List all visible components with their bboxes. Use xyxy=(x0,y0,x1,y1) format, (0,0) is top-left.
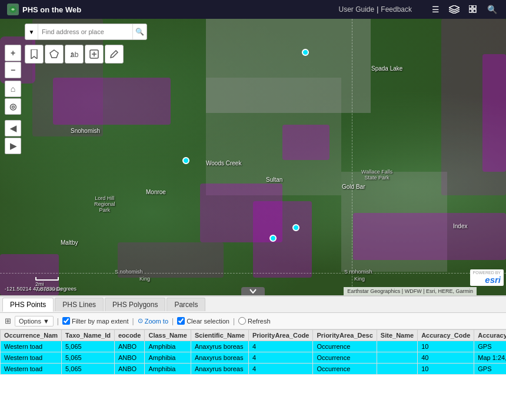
table-row[interactable]: Western toad5,065ANBOAmphibiaAnaxyrus bo… xyxy=(1,352,507,364)
col-header-scientific[interactable]: Scientific_Name xyxy=(191,330,248,341)
tab-parcels[interactable]: Parcels xyxy=(167,298,205,311)
user-guide-link[interactable]: User Guide xyxy=(338,5,374,14)
table-cell-accuracy_desc: Map 1:24,000 <= 40 feet xyxy=(474,352,506,364)
refresh-input[interactable] xyxy=(238,317,246,325)
col-header-priority-code[interactable]: PriorityArea_Code xyxy=(248,330,313,341)
refresh-radio[interactable]: Refresh xyxy=(238,317,271,325)
table-cell-scientific_name: Anaxyrus boreas xyxy=(191,352,248,364)
table-row[interactable]: Western toad5,065ANBOAmphibiaAnaxyrus bo… xyxy=(1,341,507,352)
home-button[interactable]: ⌂ xyxy=(5,81,21,97)
locate-button[interactable]: ◎ xyxy=(5,98,21,115)
table-cell-taxo_name_id: 5,065 xyxy=(62,364,115,375)
zoom-in-button[interactable]: + xyxy=(5,45,21,61)
map-nav-extra: ⌂ ◎ xyxy=(5,81,21,115)
back-button[interactable]: ◀ xyxy=(5,120,21,136)
hamburger-menu-icon[interactable]: ☰ xyxy=(428,2,442,16)
search-type-dropdown[interactable]: ▼ xyxy=(25,24,38,40)
filter-checkbox-input[interactable] xyxy=(62,317,70,325)
app-title: PHS on the Web xyxy=(22,5,81,14)
col-header-accuracy-desc[interactable]: Accuracy_Desc xyxy=(474,330,506,341)
table-cell-accuracy_code: 10 xyxy=(418,364,474,375)
table-cell-site_name xyxy=(377,364,417,375)
table-toolbar: ⊞ Options ▼ | Filter by map extent | ⊙ Z… xyxy=(0,313,506,329)
table-cell-eocode: ANBO xyxy=(114,364,145,375)
clear-selection-radio[interactable]: Clear selection xyxy=(177,317,229,325)
svg-rect-4 xyxy=(473,9,476,12)
table-cell-taxo_name_id: 5,065 xyxy=(62,352,115,364)
col-header-taxo[interactable]: Taxo_Name_Id xyxy=(62,330,115,341)
table-cell-scientific_name: Anaxyrus boreas xyxy=(191,364,248,375)
esri-branding: POWERED BY esri xyxy=(470,269,504,286)
edit-tool-button[interactable] xyxy=(105,45,124,64)
map-container[interactable]: Snohomish Woods Creek Monroe Sultan Gold… xyxy=(0,19,506,295)
grid-icon-small: ⊞ xyxy=(5,316,11,325)
table-header-row: Occurrence_Nam Taxo_Name_Id eocode Class… xyxy=(1,330,507,341)
data-table: Occurrence_Nam Taxo_Name_Id eocode Class… xyxy=(0,329,506,375)
data-panel: PHS Points PHS Lines PHS Polygons Parcel… xyxy=(0,295,506,420)
table-cell-accuracy_desc: GPS xyxy=(474,341,506,352)
table-cell-class_name: Amphibia xyxy=(145,352,191,364)
table-cell-site_name xyxy=(377,352,417,364)
table-cell-priorityarea_code: 4 xyxy=(248,341,313,352)
table-cell-priorityarea_code: 4 xyxy=(248,364,313,375)
expand-panel-button[interactable] xyxy=(241,287,265,295)
coordinates-display: -121.50214 47.87830 Degrees xyxy=(5,286,76,292)
tab-phs-points[interactable]: PHS Points xyxy=(2,298,54,312)
habitat-overlay xyxy=(482,54,506,172)
table-cell-eocode: ANBO xyxy=(114,352,145,364)
tab-phs-lines[interactable]: PHS Lines xyxy=(55,298,104,311)
options-button[interactable]: Options ▼ xyxy=(15,316,54,326)
habitat-overlay xyxy=(253,201,312,278)
table-cell-occurrence_nam: Western toad xyxy=(1,341,62,352)
layers-icon[interactable] xyxy=(447,2,461,16)
header-icons: ☰ 🔍 xyxy=(428,2,499,16)
svg-rect-2 xyxy=(473,5,476,8)
draw-polygon-tool-button[interactable] xyxy=(45,45,64,64)
col-header-eocode[interactable]: eocode xyxy=(114,330,145,341)
search-submit-button[interactable]: 🔍 xyxy=(132,24,147,40)
col-header-class[interactable]: Class_Name xyxy=(145,330,191,341)
map-attribution: Earthstar Geographics | WDFW | Esri, HER… xyxy=(344,287,477,295)
search-header-icon[interactable]: 🔍 xyxy=(485,2,499,16)
zoom-out-button[interactable]: − xyxy=(5,62,21,78)
nav-separator: | xyxy=(377,5,378,14)
occurrence-point xyxy=(269,235,277,242)
table-cell-priorityarea_desc: Occurrence xyxy=(313,364,377,375)
svg-marker-5 xyxy=(50,50,58,58)
table-body: Western toad5,065ANBOAmphibiaAnaxyrus bo… xyxy=(1,341,507,375)
esri-logo: esri xyxy=(485,275,501,285)
filter-checkbox[interactable]: Filter by map extent xyxy=(62,317,129,325)
zoom-controls: + − xyxy=(5,45,21,78)
col-header-accuracy-code[interactable]: Accuracy_Code xyxy=(418,330,474,341)
feedback-link[interactable]: Feedback xyxy=(381,5,412,14)
map-tool-row: ab1 xyxy=(25,45,124,64)
forward-button[interactable]: ▶ xyxy=(5,138,21,154)
col-header-site[interactable]: Site_Name xyxy=(377,330,417,341)
tab-bar: PHS Points PHS Lines PHS Polygons Parcel… xyxy=(0,296,506,313)
table-row[interactable]: Western toad5,065ANBOAmphibiaAnaxyrus bo… xyxy=(1,364,507,375)
tab-phs-polygons[interactable]: PHS Polygons xyxy=(105,298,165,311)
table-cell-priorityarea_desc: Occurrence xyxy=(313,341,377,352)
search-input[interactable] xyxy=(38,28,132,35)
search-bar: ▼ 🔍 xyxy=(25,24,147,40)
table-cell-accuracy_desc: GPS xyxy=(474,364,506,375)
table-cell-occurrence_nam: Western toad xyxy=(1,352,62,364)
table-cell-site_name xyxy=(377,341,417,352)
svg-rect-1 xyxy=(469,5,472,8)
table-cell-priorityarea_desc: Occurrence xyxy=(313,352,377,364)
header: PHS on the Web User Guide | Feedback ☰ 🔍 xyxy=(0,0,506,19)
powered-by-label: POWERED BY xyxy=(473,271,501,275)
identify-tool-button[interactable] xyxy=(85,45,104,64)
table-cell-taxo_name_id: 5,065 xyxy=(62,341,115,352)
measure-tool-button[interactable]: ab1 xyxy=(65,45,84,64)
col-header-priority-desc[interactable]: PriorityArea_Desc xyxy=(313,330,377,341)
col-header-occurrence[interactable]: Occurrence_Nam xyxy=(1,330,62,341)
zoom-to-link[interactable]: ⊙ Zoom to xyxy=(138,317,168,325)
occurrence-point xyxy=(302,49,309,56)
grid-icon[interactable] xyxy=(466,2,480,16)
habitat-overlay xyxy=(282,125,329,160)
bookmark-tool-button[interactable] xyxy=(25,45,44,64)
app-logo: PHS on the Web xyxy=(7,4,81,15)
data-table-wrapper[interactable]: Occurrence_Nam Taxo_Name_Id eocode Class… xyxy=(0,329,506,419)
clear-selection-input[interactable] xyxy=(177,317,185,325)
